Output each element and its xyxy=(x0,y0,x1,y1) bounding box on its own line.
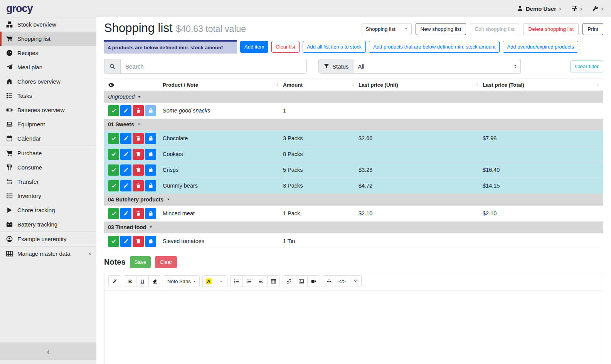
sidebar-item-purchase[interactable]: Purchase xyxy=(0,146,96,160)
sidebar: Stock overviewShopping listRecipesMeal p… xyxy=(0,17,96,364)
row-add-to-stock-button[interactable] xyxy=(145,180,156,191)
sidebar-item-meal-plan[interactable]: Meal plan xyxy=(0,60,96,74)
min-stock-alert[interactable]: 4 products are below defined min. stock … xyxy=(104,40,237,54)
row-edit-button[interactable] xyxy=(120,208,131,219)
sidebar-item-chores-overview[interactable]: Chores overview xyxy=(0,74,96,89)
sidebar-item-battery-tracking[interactable]: Battery tracking xyxy=(0,217,96,232)
sidebar-item-recipes[interactable]: Recipes xyxy=(0,46,96,60)
row-done-button[interactable] xyxy=(108,164,119,176)
row-edit-button[interactable] xyxy=(120,105,131,116)
clear-filter-button[interactable]: Clear filter xyxy=(570,60,603,72)
row-delete-button[interactable] xyxy=(133,133,144,144)
delete-shopping-list-button[interactable]: Delete shopping list xyxy=(523,23,579,35)
sidebar-collapse-button[interactable]: ‹ xyxy=(0,342,96,360)
toolbar-fore-color-button[interactable]: A xyxy=(202,275,215,287)
status-filter-button[interactable]: Status xyxy=(318,59,354,74)
toolbar-color-picker-button[interactable] xyxy=(215,275,227,287)
admin-menu[interactable]: › xyxy=(592,5,603,12)
row-delete-button[interactable] xyxy=(133,236,144,247)
toolbar-video-button[interactable] xyxy=(307,275,320,287)
row-edit-button[interactable] xyxy=(120,133,131,144)
toolbar-ordered-list-button[interactable] xyxy=(242,275,255,287)
settings-menu[interactable]: › xyxy=(571,5,582,12)
add-below-min-stock-button[interactable]: Add products that are below defined min.… xyxy=(369,41,500,53)
row-done-button[interactable] xyxy=(108,105,119,116)
row-done-button[interactable] xyxy=(108,149,119,160)
sidebar-item-chore-tracking[interactable]: Chore tracking xyxy=(0,203,96,217)
row-add-to-stock-button[interactable] xyxy=(145,133,156,144)
clear-list-button[interactable]: Clear list xyxy=(271,41,300,53)
caret-down-icon[interactable] xyxy=(149,225,153,229)
sidebar-item-calendar[interactable]: Calendar xyxy=(0,131,96,146)
toolbar-fullscreen-button[interactable] xyxy=(323,275,335,287)
user-menu[interactable]: Demo User › xyxy=(517,5,561,12)
row-add-to-stock-button[interactable] xyxy=(145,236,156,247)
sidebar-item-stock-overview[interactable]: Stock overview xyxy=(0,17,96,32)
add-all-to-stock-button[interactable]: Add all list items to stock xyxy=(303,41,366,53)
total-value: $40.63 total value xyxy=(176,24,246,34)
row-delete-button[interactable] xyxy=(133,105,144,116)
column-header-amount[interactable]: Amount xyxy=(283,79,359,91)
row-add-to-stock-button[interactable] xyxy=(145,149,156,160)
row-done-button[interactable] xyxy=(108,180,119,191)
last-price-total-cell: $14.15 xyxy=(483,178,603,194)
row-done-button[interactable] xyxy=(108,236,119,247)
row-delete-button[interactable] xyxy=(133,149,144,160)
toggle-notes-column-header[interactable] xyxy=(104,79,163,91)
caret-down-icon[interactable] xyxy=(137,95,141,99)
row-edit-button[interactable] xyxy=(120,180,131,191)
sidebar-item-inventory[interactable]: Inventory xyxy=(0,189,96,203)
sidebar-item-example-userentity[interactable]: Example userentity xyxy=(0,232,96,247)
sidebar-item-manage-master-data[interactable]: Manage master data› xyxy=(0,247,96,261)
new-shopping-list-button[interactable]: New shopping list xyxy=(416,23,466,35)
column-header-last-price-total[interactable]: Last price (Total) xyxy=(483,79,603,91)
status-select[interactable]: All xyxy=(354,59,521,74)
caret-down-icon xyxy=(193,280,196,283)
notes-save-button[interactable]: Save xyxy=(130,256,151,268)
row-edit-button[interactable] xyxy=(120,236,131,247)
toolbar-style-magic-button[interactable] xyxy=(108,275,121,287)
row-add-to-stock-button[interactable] xyxy=(145,208,156,219)
row-add-to-stock-button[interactable] xyxy=(145,105,156,116)
row-delete-button[interactable] xyxy=(133,180,144,191)
column-header-last-price-unit[interactable]: Last price (Unit) xyxy=(359,79,483,91)
sidebar-item-consume[interactable]: Consume xyxy=(0,160,96,174)
column-header-product[interactable]: Product / Note xyxy=(163,79,283,91)
notes-editor-area[interactable] xyxy=(104,290,603,364)
sidebar-item-transfer[interactable]: Transfer xyxy=(0,174,96,189)
row-edit-button[interactable] xyxy=(120,149,131,160)
add-item-button[interactable]: Add item xyxy=(240,41,268,53)
toolbar-help-button[interactable]: ? xyxy=(349,275,362,287)
trash-icon xyxy=(136,211,141,216)
shopping-list-table: Product / Note Amount Last price (Unit) … xyxy=(104,79,603,249)
search-input[interactable] xyxy=(120,59,307,74)
sidebar-item-label: Battery tracking xyxy=(17,221,91,228)
print-button[interactable]: Print xyxy=(582,23,603,35)
add-overdue-button[interactable]: Add overdue/expired products xyxy=(503,41,578,53)
toolbar-font-name-button[interactable]: Noto Sans xyxy=(164,275,200,287)
toolbar-paragraph-button[interactable] xyxy=(255,275,268,287)
toolbar-unordered-list-button[interactable] xyxy=(230,275,243,287)
toolbar-underline-button[interactable]: U xyxy=(136,275,149,287)
edit-shopping-list-button[interactable]: Edit shopping list xyxy=(470,23,519,35)
toolbar-bold-button[interactable]: B xyxy=(124,275,136,287)
toolbar-link-button[interactable] xyxy=(283,275,295,287)
sidebar-item-tasks[interactable]: Tasks xyxy=(0,89,96,103)
notes-clear-button[interactable]: Clear xyxy=(155,256,177,268)
row-delete-button[interactable] xyxy=(133,164,144,176)
row-add-to-stock-button[interactable] xyxy=(145,164,156,176)
row-edit-button[interactable] xyxy=(120,164,131,176)
toolbar-clear-format-button[interactable] xyxy=(148,275,161,287)
row-done-button[interactable] xyxy=(108,133,119,144)
sidebar-item-shopping-list[interactable]: Shopping list xyxy=(0,32,96,46)
row-done-button[interactable] xyxy=(108,208,119,219)
sidebar-item-batteries-overview[interactable]: Batteries overview xyxy=(0,103,96,117)
caret-down-icon[interactable] xyxy=(166,197,170,201)
toolbar-code-view-button[interactable]: </> xyxy=(335,275,349,287)
sidebar-item-equipment[interactable]: Equipment xyxy=(0,117,96,131)
caret-down-icon[interactable] xyxy=(137,122,141,126)
toolbar-insert-table-button[interactable] xyxy=(267,275,280,287)
toolbar-picture-button[interactable] xyxy=(295,275,308,287)
row-delete-button[interactable] xyxy=(133,208,144,219)
shopping-list-select[interactable]: Shopping list xyxy=(362,23,412,35)
